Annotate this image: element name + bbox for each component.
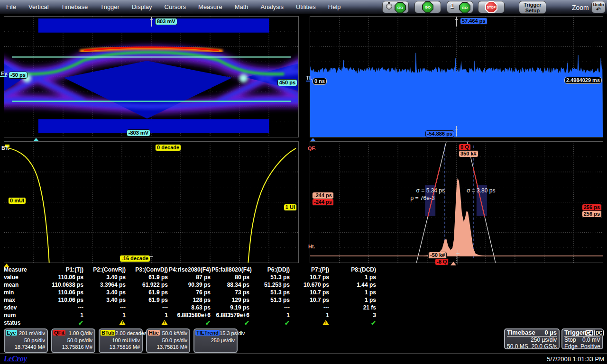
- bathtub-bottom-tick: [149, 260, 153, 260]
- descriptor-tag: QFit: [53, 330, 65, 336]
- menu-items: FileVerticalTimebaseTriggerDisplayCursor…: [0, 2, 347, 10]
- histogram-level-marker-icon[interactable]: [451, 262, 456, 265]
- menu-item-vertical[interactable]: Vertical: [22, 0, 55, 10]
- bathtub-bottom-tick: [149, 256, 153, 257]
- measure-cell-value-p7: 10.7 ps: [291, 274, 330, 282]
- descriptor-btub[interactable]: BTub2.00 decades100 mUI/div13.75816 M#: [99, 328, 143, 353]
- timebase-title: Timebase: [507, 329, 535, 336]
- qfit-histogram-panel: 0 Q 350 k# σ = 5.34 ps ρ = 76e-3 σ = 3.8…: [310, 141, 603, 263]
- qfit-rho-left-text: ρ = 76e-3: [400, 195, 445, 201]
- menu-item-timebase[interactable]: Timebase: [55, 0, 94, 10]
- single-count-label: 1: [450, 2, 454, 9]
- go-button[interactable]: GO: [414, 1, 441, 13]
- measure-cell-num-p1: 1: [43, 312, 84, 319]
- measure-cell-max-p2: 3.40 ps: [84, 297, 127, 304]
- eye-top-tick-ruler: [151, 17, 152, 27]
- tie-bottom-value-label: -54.886 ps: [425, 130, 454, 137]
- descriptor-line: 13.75816 M#: [148, 344, 187, 350]
- descriptor-tag: Eye: [6, 330, 17, 336]
- trigger-position-marker-icon[interactable]: [33, 138, 39, 141]
- descriptor-line: 250 µs/div: [195, 337, 235, 344]
- timed-acquire-go-button[interactable]: GO: [382, 1, 409, 13]
- menu-item-measure[interactable]: Measure: [192, 0, 229, 10]
- menu-item-file[interactable]: File: [0, 0, 22, 10]
- stop-octagon-icon: STOP: [485, 1, 497, 13]
- qfit-position-marker-icon[interactable]: [310, 138, 316, 141]
- measure-cell-max-p7: 10.7 ps: [291, 297, 330, 304]
- measure-cell-min-p7: 10.7 ps: [291, 289, 330, 297]
- timebase-box[interactable]: Timebase 0 µs 250 µs/div 50.0 MS 20.0 GS…: [504, 328, 560, 349]
- eye-top-value-label: 803 mV: [155, 18, 177, 25]
- status-warn-p7: !: [291, 319, 330, 327]
- menu-item-display[interactable]: Display: [126, 0, 158, 10]
- descriptor-tietrend[interactable]: TIETrend15.3 ps/div250 µs/div: [193, 328, 238, 353]
- descriptor-line: 13.75816 M#: [53, 344, 92, 350]
- warning-icon: !: [119, 319, 126, 326]
- trigger-box[interactable]: Trigger C4DC Stop 0.0 mV Edge Positive: [561, 328, 603, 349]
- descriptor-line: 50.0 k#/div: [162, 330, 187, 337]
- oscilloscope-screen: FileVerticalTimebaseTriggerDisplayCursor…: [0, 0, 607, 364]
- check-icon: ✔: [244, 319, 249, 327]
- measure-row-label-min: min: [0, 289, 43, 297]
- qfit-histogram-waveform: [310, 142, 603, 263]
- tie-bottom-tick-ruler: [456, 126, 457, 136]
- descriptor-qfit[interactable]: QFit1.00 Q/div50.0 ps/div13.75816 M#: [51, 328, 95, 353]
- bathtub-level-marker-icon[interactable]: [4, 264, 9, 267]
- trigger-type: Edge: [564, 343, 578, 350]
- measure-cell-value-p2: 3.40 ps: [84, 274, 127, 282]
- measure-col-header-p3: P3:(ConvDj): [127, 266, 169, 274]
- histogram-bottom-tick: [456, 253, 460, 254]
- menu-item-help[interactable]: Help: [322, 0, 347, 10]
- qfit-sigma-left-text: σ = 5.34 ps: [395, 187, 445, 194]
- descriptor-line: 15.3 ps/div: [220, 330, 245, 337]
- menu-item-trigger[interactable]: Trigger: [94, 0, 126, 10]
- tie-zero-label: 0 ns: [313, 78, 327, 85]
- descriptor-line: 13.75816 M#: [101, 344, 140, 350]
- histogram-bottom-tick-ruler: [458, 250, 458, 264]
- measure-cell-num-p8: 3: [330, 312, 377, 319]
- measure-cell-mean-p7: 10.670 ps: [291, 282, 330, 289]
- descriptor-line: 18.73449 M#: [6, 344, 45, 350]
- menu-item-analysis[interactable]: Analysis: [255, 0, 290, 10]
- tie-trace-name: TI.: [306, 75, 312, 81]
- measure-cell-num-p2: 1: [84, 312, 127, 319]
- measure-cell-num-p6: 1: [250, 312, 291, 319]
- stopwatch-icon: [386, 3, 392, 9]
- timebase-scale: 250 µs/div: [531, 337, 557, 343]
- measure-cell-mean-p2: 3.3964 ps: [84, 282, 127, 289]
- menu-item-utilities[interactable]: Utilities: [290, 0, 322, 10]
- eye-right-value-label: 450 ps: [277, 79, 297, 86]
- warning-icon: !: [322, 319, 329, 326]
- bathtub-bottom-label: -16 decade: [120, 255, 150, 262]
- measure-cell-min-p6: 51.3 ps: [250, 289, 291, 297]
- descriptor-eye[interactable]: Eye201 mV/div50 ps/div18.73449 M#: [4, 328, 48, 353]
- status-check-p4: ✔: [169, 319, 212, 327]
- menu-item-math[interactable]: Math: [229, 0, 255, 10]
- descriptor-line: 201 mV/div: [19, 330, 45, 337]
- undo-arrow-icon: ↶: [596, 7, 601, 12]
- measure-col-header-p1: P1:(Tj): [43, 266, 84, 274]
- measure-cell-sdev-p1: ---: [43, 304, 84, 312]
- undo-button[interactable]: Undo ↶: [591, 1, 606, 13]
- trigger-setup-button[interactable]: Trigger Setup: [519, 1, 546, 14]
- eye-top-tick: [150, 23, 153, 23]
- measure-cell-sdev-p2: ---: [84, 304, 127, 312]
- descriptor-tag: TIETrend: [195, 330, 220, 336]
- qfit-left-bottom-label: -244 ps: [312, 199, 334, 206]
- qfit-sigma-right-text: σ = 3.80 ps: [467, 187, 495, 194]
- measure-row-label-max: max: [0, 297, 43, 304]
- measure-cell-mean-p3: 61.922 ps: [127, 282, 169, 289]
- trigger-setup-line2: Setup: [525, 8, 540, 13]
- bathtub-bottom-tick-ruler: [151, 253, 151, 264]
- menu-item-cursors[interactable]: Cursors: [158, 0, 193, 10]
- descriptor-htie[interactable]: Htie50.0 k#/div50.0 ps/div13.75816 M#: [146, 328, 190, 353]
- status-warn-p3: !: [127, 319, 169, 327]
- stop-button[interactable]: STOP: [478, 1, 505, 13]
- measure-cell-mean-p8: 1.44 ps: [330, 282, 377, 289]
- measure-cell-sdev-p7: ---: [291, 304, 330, 312]
- zoom-label[interactable]: Zoom: [572, 4, 589, 11]
- tie-bottom-tick: [455, 133, 458, 133]
- go-octagon-icon: GO: [422, 1, 433, 13]
- status-check-p8: ✔: [330, 319, 377, 327]
- single-go-button[interactable]: 1 GO: [447, 1, 473, 13]
